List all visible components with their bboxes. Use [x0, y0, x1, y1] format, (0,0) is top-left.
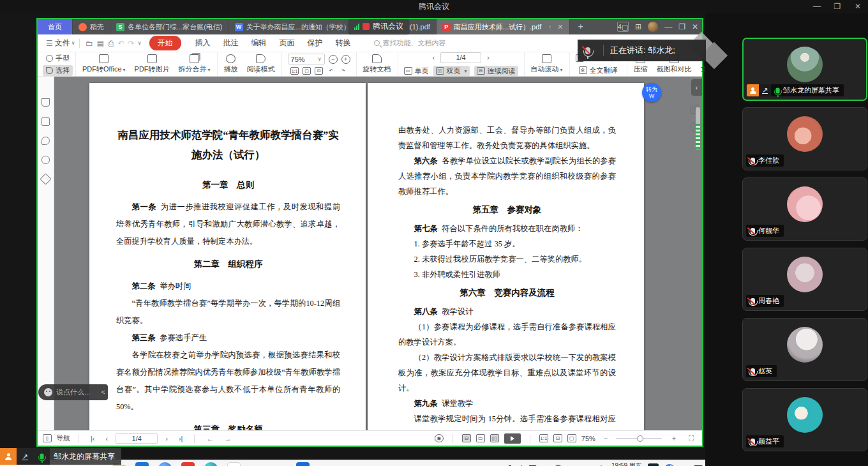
double-page-button[interactable]: ▯▯双页▾ — [433, 66, 470, 77]
fullscreen-icon[interactable]: ⛶ — [685, 434, 697, 442]
photoshop-tray-icon[interactable]: Ps12 — [648, 463, 659, 466]
next-page-icon[interactable]: › — [484, 54, 493, 61]
system-clock[interactable]: 19:59 周五 2022/11/18 — [610, 462, 641, 466]
comment-icon[interactable] — [41, 137, 50, 145]
fit-page-icon[interactable]: ▢ — [567, 434, 576, 442]
zoom-select[interactable]: 75%∨ — [288, 54, 325, 64]
chat-collapse-icon[interactable]: < — [98, 384, 108, 400]
prev-page-icon[interactable]: ‹ — [429, 54, 438, 61]
workspace-grid-icon[interactable]: ⊞ — [635, 22, 641, 32]
cloud-drive-icon[interactable]: ☁ — [227, 462, 241, 466]
attachment-icon[interactable] — [41, 156, 50, 164]
close-button[interactable]: ✕ — [848, 0, 868, 13]
pdf-to-office-button[interactable]: PDF转Office▾ — [79, 54, 130, 75]
mail-icon[interactable]: ✉ — [135, 462, 149, 466]
play-button[interactable]: 播放 — [220, 54, 242, 75]
meeting-floating-tag[interactable]: 腾讯会议 — [348, 19, 409, 34]
continuous-read-button[interactable]: ⊟连续阅读 — [474, 66, 518, 77]
participant-tile[interactable]: 何靓华 — [742, 177, 867, 241]
pdf-page-2[interactable]: 由教务处、人力资源部、工会、督导办等部门负责人组成，负责监督和管理等工作。教务处… — [368, 83, 644, 430]
tab-home[interactable]: 首页 — [38, 19, 73, 34]
wps-close-icon[interactable]: ✕ — [692, 22, 698, 32]
zoom-level[interactable]: 75% — [581, 435, 595, 442]
tab-pdf-active[interactable]: P 南昌应用技术师...试行）.pdf ↑ ✕ — [437, 19, 570, 34]
page-indicator[interactable]: 1/4 — [440, 52, 481, 63]
continuous-view-icon[interactable]: ⊟ — [462, 434, 471, 442]
new-tab-button[interactable]: ＋ — [570, 19, 592, 34]
undo-icon[interactable]: ↶ — [118, 39, 124, 48]
read-mode-button[interactable]: 阅读模式 — [243, 54, 279, 75]
edge-browser-icon[interactable]: e — [204, 462, 218, 466]
menu-comment[interactable]: 批注 — [223, 38, 239, 49]
history-back-icon[interactable]: ← — [203, 435, 216, 442]
history-forward-icon[interactable]: → — [221, 435, 234, 442]
actual-size-icon[interactable]: 1:1 — [290, 67, 299, 75]
auto-scroll-button[interactable]: 自动滚动▾ — [527, 54, 567, 75]
select-tool-button[interactable]: 选择 — [43, 65, 73, 76]
menu-insert[interactable]: 插入 — [195, 38, 211, 49]
zoom-out-icon[interactable]: − — [601, 435, 611, 442]
double-page-view-icon[interactable]: ▯▯ — [490, 434, 499, 442]
prev-page-icon[interactable]: ‹ — [103, 435, 112, 442]
tab-close-icon[interactable]: ✕ — [557, 23, 563, 31]
play-slideshow-button[interactable] — [504, 433, 521, 444]
full-translate-button[interactable]: 全全文翻译 — [576, 65, 621, 76]
split-merge-button[interactable]: 拆分合并▾ — [175, 54, 214, 75]
print-icon[interactable]: ⎙ — [108, 39, 114, 48]
zoom-in-icon[interactable]: ＋ — [341, 55, 350, 64]
single-page-view-icon[interactable]: ▭ — [476, 434, 485, 442]
participant-tile[interactable]: 颜益平 — [742, 388, 867, 451]
actual-size-icon[interactable]: 1:1 — [539, 434, 548, 442]
nav-panel-icon[interactable]: ▯ — [43, 434, 52, 442]
chat-input[interactable]: 说点什么... — [38, 384, 98, 400]
participant-tile[interactable]: 赵英 — [742, 318, 867, 381]
redo-icon[interactable]: ↷ — [128, 39, 135, 48]
fit-page-icon[interactable]: ▢ — [303, 67, 311, 75]
vertical-scrollbar[interactable] — [696, 107, 700, 149]
menu-edit[interactable]: 编辑 — [251, 38, 267, 49]
rotate-right-icon[interactable]: ↷ — [339, 67, 347, 75]
fit-width-icon[interactable]: ⊡ — [553, 434, 562, 442]
huawei-app-icon[interactable]: HW — [181, 462, 195, 466]
signature-icon[interactable] — [40, 173, 51, 184]
zoom-slider[interactable] — [616, 438, 662, 439]
minimize-button[interactable]: — — [807, 0, 827, 13]
zoom-out-icon[interactable]: − — [329, 55, 338, 64]
browser-globe-icon[interactable] — [158, 462, 172, 466]
participant-tile[interactable]: 李佳歆 — [742, 107, 867, 170]
single-page-button[interactable]: ▭单页 — [404, 66, 429, 76]
convert-to-word-fab[interactable]: 转为W — [642, 83, 661, 102]
menu-start[interactable]: 开始 — [149, 36, 181, 50]
next-page-icon[interactable]: › — [162, 435, 171, 442]
tab-docer[interactable]: 稻壳 — [73, 19, 110, 34]
last-page-icon[interactable]: ›| — [176, 435, 186, 442]
rotate-doc-button[interactable]: 旋转文档 — [359, 54, 395, 75]
hand-tool-button[interactable]: 手型 — [43, 53, 73, 64]
fit-width-icon[interactable]: ⊡ — [315, 67, 323, 75]
nav-label[interactable]: 导航 — [56, 433, 70, 443]
first-page-icon[interactable]: |‹ — [87, 435, 98, 442]
wps-restore-icon[interactable]: ❐ — [678, 22, 685, 32]
bookmark-icon[interactable] — [41, 98, 50, 107]
open-folder-icon[interactable]: 🗀 — [86, 39, 93, 48]
meeting-app-icon[interactable] — [296, 462, 310, 466]
wps-office-icon[interactable]: W — [273, 462, 287, 466]
rotate-left-icon[interactable]: ↶ — [327, 67, 335, 75]
zoom-in-icon[interactable]: ＋ — [667, 433, 680, 443]
maximize-button[interactable]: ❐ — [827, 0, 848, 13]
menu-protect[interactable]: 保护 — [308, 38, 323, 49]
hamburger-icon[interactable]: ☰ — [46, 39, 53, 48]
note-pen-icon[interactable] — [664, 464, 675, 466]
zoom-slider-knob[interactable] — [637, 435, 643, 442]
pdf-page-1[interactable]: 南昌应用技术师范学院“青年教师教学擂台赛”实施办法（试行） 第一章 总则 第一条… — [89, 83, 366, 430]
account-avatar[interactable] — [648, 22, 658, 32]
tab-sheet-doc[interactable]: S 各单位各部门综...家台账(电信) — [110, 19, 229, 34]
pdf-to-image-button[interactable]: PDF转图片 — [131, 54, 174, 75]
chevron-down-icon[interactable]: ∨ — [138, 40, 142, 46]
save-icon[interactable]: ▤ — [97, 39, 104, 48]
emoji-icon[interactable] — [44, 388, 52, 396]
menu-convert[interactable]: 转换 — [336, 38, 351, 49]
search-input[interactable]: 查找功能、文档内容 — [374, 38, 446, 48]
status-page-indicator[interactable]: 1/4 — [116, 433, 158, 444]
panel-collapse-icon[interactable]: ‹ — [691, 79, 702, 96]
